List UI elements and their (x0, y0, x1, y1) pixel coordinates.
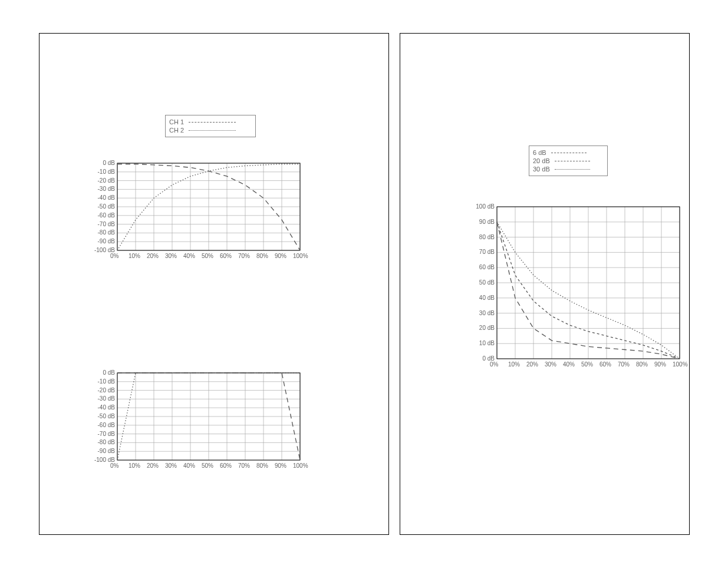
legend-label: 6 dB (533, 149, 546, 156)
x-tick-label: 100% (673, 361, 688, 368)
y-tick-label: -80 dB (91, 229, 115, 236)
x-tick-label: 40% (183, 253, 195, 259)
x-tick-label: 60% (599, 361, 611, 368)
y-tick-label: 20 dB (471, 325, 495, 331)
legend-swatch-dotted (189, 130, 236, 131)
x-tick-label: 10% (129, 253, 140, 259)
chart-a-svg (91, 161, 304, 261)
x-tick-label: 80% (256, 462, 268, 469)
x-tick-label: 70% (238, 253, 250, 259)
x-tick-label: 90% (275, 462, 286, 469)
legend-item: CH 2 (169, 126, 252, 134)
y-tick-label: -20 dB (91, 177, 115, 184)
x-tick-label: 50% (202, 253, 213, 259)
y-tick-label: -10 dB (91, 378, 115, 385)
x-tick-label: 10% (129, 462, 140, 469)
legend-ch: CH 1 CH 2 (165, 115, 256, 137)
y-tick-label: -30 dB (91, 395, 115, 402)
x-tick-label: 50% (202, 462, 213, 469)
x-tick-label: 60% (220, 462, 232, 469)
legend-item: 30 dB (533, 165, 604, 173)
legend-item: CH 1 (169, 118, 252, 126)
x-tick-label: 20% (147, 253, 159, 259)
chart-c-svg (471, 204, 683, 369)
y-tick-label: -70 dB (91, 431, 115, 437)
x-tick-label: 30% (165, 253, 177, 259)
legend-label: CH 2 (169, 127, 184, 134)
x-tick-label: 100% (293, 253, 308, 259)
right-page-panel: 6 dB 20 dB 30 dB 100 dB90 dB80 dB70 dB60… (400, 33, 690, 535)
x-tick-label: 40% (563, 361, 575, 368)
y-tick-label: 0 dB (91, 369, 115, 376)
x-tick-label: 100% (293, 462, 308, 469)
chart-b: 0 dB-10 dB-20 dB-30 dB-40 dB-50 dB-60 dB… (91, 371, 304, 471)
y-tick-label: 30 dB (471, 310, 495, 316)
x-tick-label: 20% (147, 462, 159, 469)
y-tick-label: 50 dB (471, 279, 495, 286)
x-tick-label: 30% (165, 462, 177, 469)
y-tick-label: 90 dB (471, 219, 495, 225)
y-tick-label: -20 dB (91, 387, 115, 394)
x-tick-label: 0% (110, 462, 118, 469)
chart-b-svg (91, 371, 304, 471)
y-tick-label: -60 dB (91, 212, 115, 219)
x-tick-label: 40% (183, 462, 195, 469)
y-tick-label: -40 dB (91, 194, 115, 201)
legend-label: CH 1 (169, 118, 184, 125)
x-tick-label: 60% (220, 253, 232, 259)
y-tick-label: -90 dB (91, 238, 115, 244)
x-tick-label: 30% (545, 361, 556, 368)
chart-c: 100 dB90 dB80 dB70 dB60 dB50 dB40 dB30 d… (471, 204, 683, 369)
chart-a: 0 dB-10 dB-20 dB-30 dB-40 dB-50 dB-60 dB… (91, 161, 304, 261)
x-tick-label: 10% (508, 361, 520, 368)
legend-db: 6 dB 20 dB 30 dB (529, 146, 608, 176)
x-tick-label: 70% (618, 361, 630, 368)
y-tick-label: 70 dB (471, 249, 495, 255)
y-tick-label: -30 dB (91, 186, 115, 192)
x-tick-label: 0% (490, 361, 498, 368)
y-tick-label: 100 dB (471, 203, 495, 210)
legend-swatch-dotted (555, 169, 590, 170)
y-tick-label: -50 dB (91, 413, 115, 419)
y-tick-label: -90 dB (91, 448, 115, 454)
legend-swatch-dash-long (189, 122, 236, 123)
legend-label: 30 dB (533, 166, 550, 173)
x-tick-label: 20% (526, 361, 538, 368)
legend-item: 6 dB (533, 148, 604, 157)
y-tick-label: 0 dB (91, 160, 115, 166)
x-tick-label: 80% (256, 253, 268, 259)
x-tick-label: 0% (110, 253, 118, 259)
y-tick-label: 10 dB (471, 340, 495, 346)
y-tick-label: 40 dB (471, 295, 495, 301)
y-tick-label: -40 dB (91, 404, 115, 411)
x-tick-label: 90% (275, 253, 286, 259)
y-tick-label: -10 dB (91, 168, 115, 175)
left-page-panel: CH 1 CH 2 0 dB-10 dB-20 dB-30 dB-40 dB-5… (39, 33, 389, 535)
y-tick-label: -70 dB (91, 221, 115, 227)
legend-label: 20 dB (533, 157, 550, 164)
y-tick-label: -50 dB (91, 203, 115, 210)
y-tick-label: 80 dB (471, 234, 495, 240)
legend-swatch-dash-short (555, 161, 590, 161)
x-tick-label: 70% (238, 462, 250, 469)
x-tick-label: 90% (654, 361, 666, 368)
y-tick-label: 60 dB (471, 264, 495, 270)
y-tick-label: -80 dB (91, 439, 115, 445)
x-tick-label: 50% (581, 361, 593, 368)
legend-item: 20 dB (533, 157, 604, 165)
x-tick-label: 80% (636, 361, 648, 368)
legend-swatch-dash-long (551, 153, 587, 153)
y-tick-label: -60 dB (91, 422, 115, 428)
